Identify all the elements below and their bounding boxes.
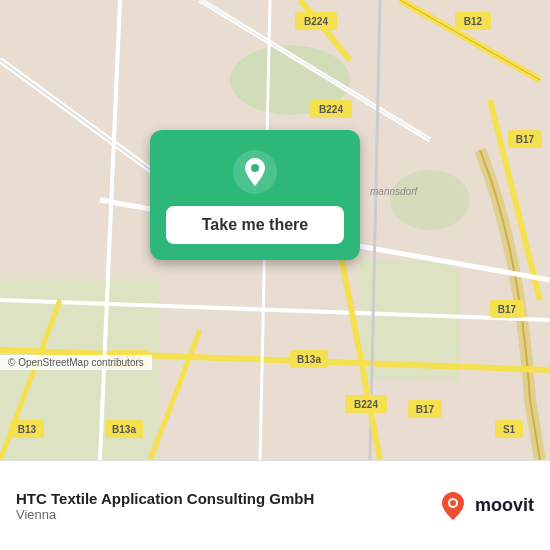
svg-point-48 xyxy=(251,164,259,172)
moovit-logo[interactable]: moovit xyxy=(437,490,534,522)
svg-point-50 xyxy=(450,500,456,506)
bottom-bar: HTC Textile Application Consulting GmbH … xyxy=(0,460,550,550)
svg-text:B224: B224 xyxy=(354,399,378,410)
svg-text:S1: S1 xyxy=(503,424,516,435)
svg-text:B12: B12 xyxy=(464,16,483,27)
location-name: HTC Textile Application Consulting GmbH xyxy=(16,490,314,507)
svg-text:B13a: B13a xyxy=(297,354,321,365)
take-me-there-button[interactable]: Take me there xyxy=(166,206,344,244)
moovit-brand-text: moovit xyxy=(475,495,534,516)
map-area[interactable]: B224 B12 B224 mannsdorf B17 B17 B13a B13… xyxy=(0,0,550,460)
svg-text:B13: B13 xyxy=(18,424,37,435)
app-container: B224 B12 B224 mannsdorf B17 B17 B13a B13… xyxy=(0,0,550,550)
svg-text:B17: B17 xyxy=(516,134,535,145)
svg-text:B17: B17 xyxy=(416,404,435,415)
attribution-text: © OpenStreetMap contributors xyxy=(8,357,144,368)
svg-text:B224: B224 xyxy=(304,16,328,27)
location-city: Vienna xyxy=(16,507,314,522)
svg-point-4 xyxy=(390,170,470,230)
svg-text:B13a: B13a xyxy=(112,424,136,435)
location-pin-icon xyxy=(233,150,277,194)
moovit-brand-icon xyxy=(437,490,469,522)
location-info: HTC Textile Application Consulting GmbH … xyxy=(16,490,314,522)
svg-text:B17: B17 xyxy=(498,304,517,315)
svg-text:mannsdorf: mannsdorf xyxy=(370,186,418,197)
action-card: Take me there xyxy=(150,130,360,260)
attribution-bar: © OpenStreetMap contributors xyxy=(0,355,152,370)
svg-text:B224: B224 xyxy=(319,104,343,115)
